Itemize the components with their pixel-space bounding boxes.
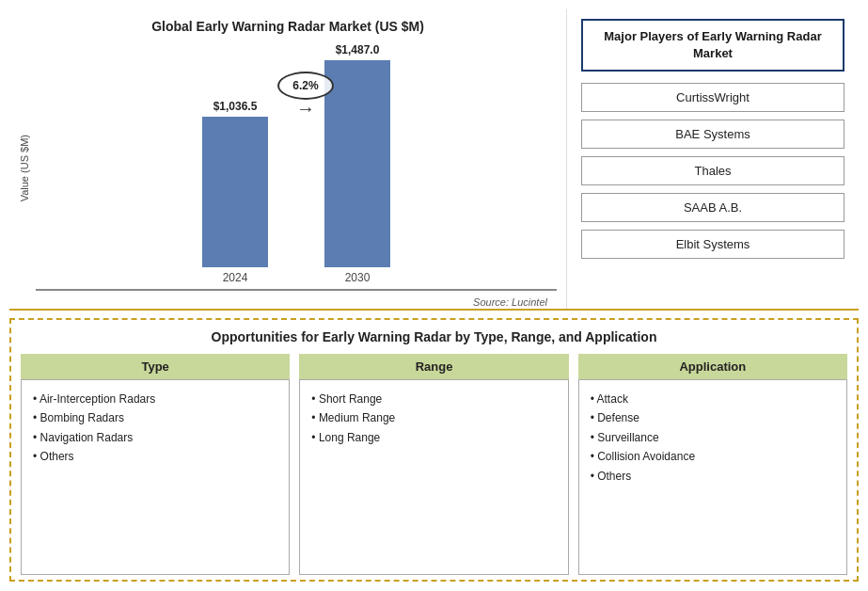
bar-value-2030: $1,487.0 bbox=[336, 43, 380, 56]
opportunities-grid: Type Air-Interception Radars Bombing Rad… bbox=[21, 354, 847, 575]
chart-area: Global Early Warning Radar Market (US $M… bbox=[9, 9, 567, 309]
cagr-annotation: 6.2% → bbox=[277, 72, 334, 120]
type-column: Type Air-Interception Radars Bombing Rad… bbox=[21, 354, 290, 575]
application-body: Attack Defense Surveillance Collision Av… bbox=[578, 379, 847, 575]
cagr-arrow: → bbox=[296, 98, 315, 120]
player-item-0: CurtissWright bbox=[581, 83, 844, 112]
bar-2024 bbox=[202, 117, 268, 267]
player-item-2: Thales bbox=[581, 156, 844, 185]
range-header: Range bbox=[299, 354, 568, 379]
range-column: Range Short Range Medium Range Long Rang… bbox=[299, 354, 568, 575]
player-item-3: SAAB A.B. bbox=[581, 193, 844, 222]
type-header: Type bbox=[21, 354, 290, 379]
type-item-0: Air-Interception Radars bbox=[33, 390, 277, 408]
cagr-ellipse: 6.2% bbox=[277, 72, 334, 100]
x-axis-line bbox=[36, 289, 557, 291]
bar-label-2030: 2030 bbox=[345, 271, 371, 284]
player-item-1: BAE Systems bbox=[581, 120, 844, 149]
chart-inner: Value (US $M) 6.2% → $1,036.5 2024 bbox=[19, 43, 557, 293]
y-axis-label: Value (US $M) bbox=[19, 135, 30, 201]
type-item-1: Bombing Radars bbox=[33, 408, 277, 427]
app-item-0: Attack bbox=[591, 390, 835, 408]
bar-group-2024: $1,036.5 2024 bbox=[202, 100, 268, 284]
application-column: Application Attack Defense Surveillance … bbox=[578, 354, 847, 575]
app-item-1: Defense bbox=[591, 408, 835, 427]
type-item-2: Navigation Radars bbox=[33, 428, 277, 447]
application-header: Application bbox=[578, 354, 847, 379]
bar-value-2024: $1,036.5 bbox=[213, 100, 258, 113]
main-container: Global Early Warning Radar Market (US $M… bbox=[0, 0, 868, 591]
top-section: Global Early Warning Radar Market (US $M… bbox=[9, 9, 859, 311]
range-item-1: Medium Range bbox=[311, 408, 556, 427]
app-item-4: Others bbox=[591, 467, 835, 486]
bar-label-2024: 2024 bbox=[223, 271, 248, 284]
players-title: Major Players of Early Warning Radar Mar… bbox=[581, 19, 844, 72]
bar-2030 bbox=[324, 60, 390, 267]
app-item-3: Collision Avoidance bbox=[591, 447, 835, 466]
players-panel: Major Players of Early Warning Radar Mar… bbox=[567, 9, 859, 309]
chart-content: 6.2% → $1,036.5 2024 $1,487.0 bbox=[36, 43, 557, 293]
range-item-2: Long Range bbox=[311, 428, 556, 447]
chart-title: Global Early Warning Radar Market (US $M… bbox=[151, 19, 424, 34]
player-item-4: Elbit Systems bbox=[581, 230, 844, 259]
range-body: Short Range Medium Range Long Range bbox=[299, 379, 568, 575]
range-item-0: Short Range bbox=[311, 390, 556, 408]
type-item-3: Others bbox=[33, 447, 277, 466]
bar-group-2030: $1,487.0 2030 bbox=[324, 43, 390, 284]
bottom-section: Opportunities for Early Warning Radar by… bbox=[9, 318, 859, 582]
bars-container: 6.2% → $1,036.5 2024 $1,487.0 bbox=[36, 43, 557, 289]
type-body: Air-Interception Radars Bombing Radars N… bbox=[21, 379, 290, 575]
opportunities-title: Opportunities for Early Warning Radar by… bbox=[21, 329, 847, 344]
source-text: Source: Lucintel bbox=[473, 296, 547, 308]
app-item-2: Surveillance bbox=[591, 428, 835, 447]
